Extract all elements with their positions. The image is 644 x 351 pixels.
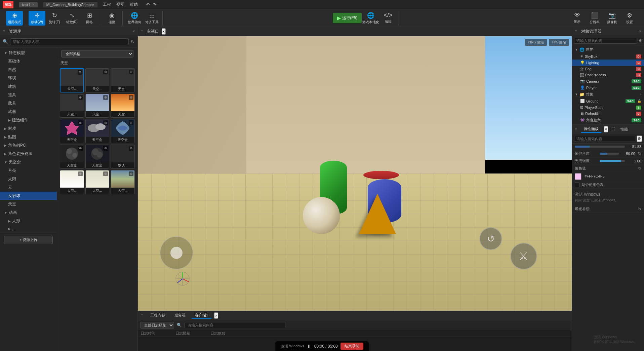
tree-item-npc[interactable]: ▶ 角色/NPC xyxy=(0,141,57,150)
asset-item-0[interactable]: 天空... ⊕ xyxy=(60,68,84,92)
tree-item-basic[interactable]: 基础体 xyxy=(0,57,57,66)
asset-item-8[interactable]: 天空盒 ⊕ xyxy=(111,119,135,143)
asset-search-input[interactable] xyxy=(10,38,129,45)
obj-item-ground[interactable]: ⬜ Ground S&C 🔒 xyxy=(572,98,644,104)
asset-item-10[interactable]: 天空盒 ⊕ xyxy=(85,145,110,169)
tree-item-vehicle[interactable]: 载具 xyxy=(0,99,57,108)
scale-button[interactable]: ⤡ 缩放(R) xyxy=(64,11,80,26)
tree-item-cloud[interactable]: 云 xyxy=(0,183,57,192)
tab-test1[interactable]: test1 × xyxy=(19,2,38,7)
asset-item-1[interactable]: 天空... ⊕ xyxy=(85,68,110,92)
localize-button[interactable]: 🌐 游戏本地化 xyxy=(362,11,379,26)
upload-asset-button[interactable]: ↑ 资源上传 xyxy=(4,236,53,244)
joystick-control[interactable] xyxy=(160,236,193,270)
style-filter-select[interactable]: 全部风格 xyxy=(61,50,133,57)
use-color-temp-checkbox[interactable] xyxy=(575,183,579,187)
zoom-icon-13[interactable]: ⊕ xyxy=(103,171,108,176)
redo-button[interactable]: ↷ xyxy=(153,2,157,7)
tree-item-animation[interactable]: ▼ 动画 xyxy=(0,208,57,217)
tree-item-humanoid[interactable]: ▶ 人形 xyxy=(0,217,57,225)
tree-item-weapon[interactable]: 武器 xyxy=(0,108,57,116)
prop-refresh-pitch[interactable]: ↻ xyxy=(638,151,641,156)
tree-item-skybox[interactable]: ▼ 天空盒 xyxy=(0,158,57,166)
zoom-icon-0[interactable]: ⊕ xyxy=(78,70,82,75)
tree-item-material[interactable]: ▶ 材质 xyxy=(0,124,57,133)
resolution-button[interactable]: ⬛ 分辨率 xyxy=(586,11,603,26)
zoom-icon-14[interactable]: ⊕ xyxy=(129,171,133,176)
camera-button[interactable]: 📷 摄像机 xyxy=(604,11,620,26)
tree-item-texture[interactable]: ▶ 贴图 xyxy=(0,133,57,141)
slider-intensity[interactable] xyxy=(600,160,625,162)
align-button[interactable]: ⚏ 对齐工具 xyxy=(144,11,160,26)
obj-item-camera[interactable]: 📷 Camera S&C xyxy=(572,78,644,84)
zoom-icon-2[interactable]: ⊕ xyxy=(129,70,133,74)
tree-item-build-parts[interactable]: ▶ 建造组件 xyxy=(0,116,57,124)
viewport-close[interactable]: × xyxy=(162,28,166,35)
asset-item-7[interactable]: 天空盒 ⊕ xyxy=(85,119,110,143)
slider-value1[interactable] xyxy=(575,146,625,148)
asset-item-5[interactable]: 天空... ⊕ xyxy=(111,94,135,118)
zoom-icon-6[interactable]: ⊕ xyxy=(78,120,83,125)
console-tab-project[interactable]: 工程内容 xyxy=(147,312,168,319)
world-group-header[interactable]: ▼ 🌐 世界 xyxy=(572,46,644,53)
menu-project[interactable]: 工程 xyxy=(103,2,111,7)
asset-refresh-button[interactable]: ↻ xyxy=(131,39,135,44)
settings-button[interactable]: ⚙ 设置 xyxy=(621,11,638,26)
asset-item-3[interactable]: 天空... ⊕ xyxy=(60,94,84,118)
tree-item-moon[interactable]: 月亮 xyxy=(0,166,57,175)
zoom-icon-12[interactable]: ⊕ xyxy=(78,171,83,176)
zoom-icon-1[interactable]: ⊕ xyxy=(103,70,108,74)
tab-building[interactable]: MI_Cartoon_BuildingCompor xyxy=(43,2,97,7)
object-filter-button[interactable]: ⚟ xyxy=(638,38,642,43)
obj-item-skybox[interactable]: ☀ SkyBox C xyxy=(572,53,644,60)
object-manager-close[interactable]: × xyxy=(639,29,641,34)
move-button[interactable]: ✛ 移动(W) xyxy=(29,11,45,26)
mode-button[interactable]: ⊕ 通用模式 xyxy=(6,11,23,26)
display-button[interactable]: 👁 显示 xyxy=(569,11,586,26)
obj-item-character[interactable]: 👾 角色信角 S&C xyxy=(572,117,644,124)
asset-item-9[interactable]: 天空盒 ⊕ xyxy=(60,145,84,169)
rotate-button[interactable]: ↻ 旋转(E) xyxy=(46,11,63,26)
tree-item-props[interactable]: 道具 xyxy=(0,91,57,99)
asset-item-6[interactable]: 天空盒 ⊕ xyxy=(60,119,84,143)
ping-badge[interactable]: PING 区域 xyxy=(525,39,547,46)
prop-refresh-exposure[interactable]: ↻ xyxy=(638,207,641,211)
asset-item-11[interactable]: 默认... ⊕ xyxy=(111,145,135,169)
rec-pause-button[interactable]: ⏸ xyxy=(307,344,312,349)
viewport-canvas[interactable]: ↺ ⚔ xyxy=(138,36,572,311)
zoom-icon-4[interactable]: ⊕ xyxy=(103,95,108,100)
code-button[interactable]: </> 编辑 xyxy=(380,11,397,26)
console-tab-client[interactable]: 客户端1 xyxy=(192,312,211,319)
tab-test1-close[interactable]: × xyxy=(32,3,34,6)
asset-item-14[interactable]: 天空... ⊕ xyxy=(111,170,135,194)
zoom-icon-3[interactable]: ⊕ xyxy=(78,95,83,100)
collision-button[interactable]: ◉ 碰撞 xyxy=(104,11,120,26)
asset-library-close[interactable]: × xyxy=(132,29,135,34)
slider-pitch[interactable] xyxy=(600,153,619,155)
rec-stop-button[interactable]: 结束录制 xyxy=(340,343,363,350)
zoom-icon-7[interactable]: ⊕ xyxy=(103,120,108,125)
obj-item-playerstart[interactable]: ⊡ PlayerStart S xyxy=(572,104,644,111)
obj-item-fog[interactable]: 🌫 Fog C xyxy=(572,66,644,72)
color-preview-swatch[interactable] xyxy=(575,173,581,180)
console-tab-server[interactable]: 服务端 xyxy=(171,312,189,319)
zoom-icon-8[interactable]: ⊕ xyxy=(129,120,133,125)
action-button-2[interactable]: ⚔ xyxy=(510,243,537,270)
undo-button[interactable]: ↶ xyxy=(146,2,150,7)
tree-item-nature[interactable]: 自然 xyxy=(0,66,57,74)
tree-item-static-model[interactable]: ▼ 静态模型 xyxy=(0,49,57,57)
zoom-icon-5[interactable]: ⊕ xyxy=(129,95,133,100)
menu-help[interactable]: 帮助 xyxy=(130,2,138,7)
obj-item-player[interactable]: 👤 Player S&C xyxy=(572,84,644,91)
objects-group-header[interactable]: ▼ 📁 对象 › xyxy=(572,91,644,98)
run-button[interactable]: ▶ 运行(F5) xyxy=(333,13,362,23)
props-tab-attributes[interactable]: 属性面板 xyxy=(581,126,601,133)
zoom-icon-11[interactable]: ⊕ xyxy=(129,146,133,151)
log-level-select[interactable]: 全部日志级别 xyxy=(140,322,174,328)
props-tab-perf[interactable]: 性能 xyxy=(618,126,631,132)
asset-item-4[interactable]: 天空... ⊕ xyxy=(85,94,110,118)
console-search-input[interactable] xyxy=(185,322,285,328)
tree-item-reflball[interactable]: 反射球 xyxy=(0,192,57,200)
grid-button[interactable]: ⊞ 网格 xyxy=(81,11,98,26)
object-search-input[interactable] xyxy=(574,38,637,44)
